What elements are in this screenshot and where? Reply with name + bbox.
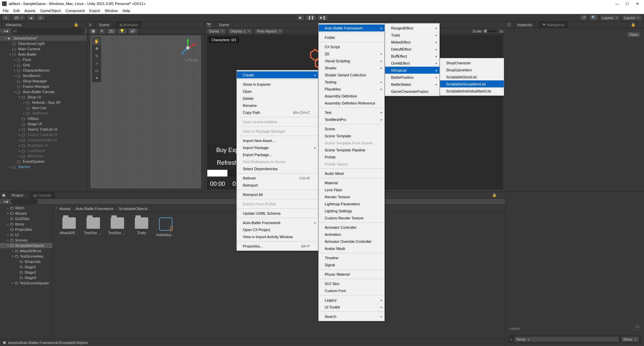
asset-item[interactable]: TestScene... bbox=[84, 217, 103, 237]
labels-icon[interactable]: 🏷 bbox=[635, 325, 641, 331]
menu-item[interactable]: Update UXML Schema bbox=[237, 210, 318, 217]
panel-lock-icon[interactable]: 🔒 bbox=[74, 22, 78, 27]
inspector-tab[interactable]: Inspector bbox=[514, 22, 536, 27]
menu-file[interactable]: File bbox=[3, 9, 9, 13]
menu-item[interactable]: Open bbox=[237, 88, 318, 95]
animator-tab[interactable]: ⊞ Animator bbox=[116, 22, 142, 28]
game-tab[interactable]: Game bbox=[215, 22, 233, 27]
hierarchy-item[interactable]: ▢Item List bbox=[0, 105, 87, 111]
menu-item[interactable]: Export Package... bbox=[237, 151, 318, 158]
menu-item[interactable]: Avatar Mask bbox=[319, 245, 384, 252]
scene-menu-icon[interactable]: ⋮ bbox=[199, 22, 202, 27]
menu-item[interactable]: GUI Skin bbox=[319, 280, 384, 287]
menu-item[interactable]: Import New Asset... bbox=[237, 137, 318, 144]
scene-canvas[interactable]: ✋ ✥ ↻ ⤢ ▭ ✦ ◂ Persp bbox=[90, 35, 202, 189]
transform-tool[interactable]: ✦ bbox=[93, 74, 101, 82]
scene-audio-icon[interactable]: 🔊 bbox=[128, 28, 138, 34]
hierarchy-item[interactable]: ▸▢Warrior bbox=[0, 164, 87, 169]
menu-item[interactable]: Physic Material bbox=[319, 271, 384, 278]
scene-2d-toggle[interactable]: 2D bbox=[107, 28, 116, 34]
project-tree-item[interactable]: 🗀Stage3 bbox=[0, 275, 53, 280]
menu-item[interactable]: Traits bbox=[385, 31, 439, 39]
game-menu-icon[interactable]: ⋮ bbox=[499, 22, 503, 27]
menu-item[interactable]: Reimport bbox=[237, 182, 318, 189]
hierarchy-item[interactable]: ▢UIBars bbox=[0, 116, 87, 121]
menu-item[interactable]: Delete bbox=[237, 95, 318, 102]
menu-item[interactable]: Scene Template Pipeline bbox=[319, 146, 384, 153]
project-tree-item[interactable]: ▸🗀Items bbox=[0, 221, 53, 227]
pause-button[interactable]: ❚❚ bbox=[306, 15, 316, 21]
asset-item[interactable]: AttackEffe... bbox=[60, 217, 78, 237]
aspect-dropdown[interactable]: Free Aspect bbox=[255, 28, 284, 34]
breadcrumb-seg[interactable]: Assets bbox=[59, 207, 70, 211]
menu-item[interactable]: ShopCharacter bbox=[440, 59, 504, 66]
project-tree-item[interactable]: ▸🗀AttackEffects bbox=[0, 248, 53, 254]
menu-item[interactable]: Open C# Project bbox=[237, 226, 318, 233]
open-button[interactable]: Open bbox=[627, 31, 641, 38]
hierarchy-item[interactable]: ▸▢SellPanel bbox=[0, 111, 87, 116]
menu-item[interactable]: Auto-Battle Framework bbox=[237, 219, 318, 226]
hierarchy-item[interactable]: ▢Main Camera bbox=[0, 46, 87, 52]
menu-item[interactable]: ScriptableDeckList bbox=[440, 73, 504, 80]
hierarchy-item[interactable]: ▼▢Auto-Battle Canvas bbox=[0, 89, 87, 94]
menu-item[interactable]: BuffEffect bbox=[385, 53, 439, 60]
project-tab[interactable]: Project bbox=[8, 192, 27, 198]
hierarchy-item[interactable]: ▸▢ItemStats UI bbox=[0, 143, 87, 148]
menu-assets[interactable]: Assets bbox=[24, 9, 36, 13]
project-lock-icon[interactable]: 🔒 bbox=[492, 193, 497, 197]
project-tree-item[interactable]: ▸🗀TestSceneSquare bbox=[0, 280, 53, 286]
scene-tab[interactable]: Scene bbox=[95, 22, 113, 27]
hierarchy-item[interactable]: ▸▢WinPanel bbox=[0, 153, 87, 159]
menu-item[interactable]: Show in Explorer bbox=[237, 81, 318, 88]
breadcrumb-seg[interactable]: Auto-Battle Framework bbox=[76, 207, 113, 211]
menu-edit[interactable]: Edit bbox=[13, 9, 20, 13]
menu-component[interactable]: Component bbox=[65, 9, 85, 13]
menu-item[interactable]: Scene Template bbox=[319, 132, 384, 139]
layout-dropdown[interactable]: Layout bbox=[622, 15, 642, 21]
game-mode-dropdown[interactable]: Game bbox=[207, 28, 226, 34]
menu-item[interactable]: DebuffEffect bbox=[385, 46, 439, 53]
maximize-button[interactable]: ☐ bbox=[625, 2, 629, 6]
hierarchy-item[interactable]: ▸▢Floor bbox=[0, 57, 87, 62]
menu-item[interactable]: Legacy bbox=[319, 296, 384, 303]
move-tool[interactable]: ✥ bbox=[93, 45, 101, 52]
hierarchy-tab[interactable]: Hierarchy bbox=[2, 22, 25, 27]
project-tree-item[interactable]: ▸🗀Scenes bbox=[0, 237, 53, 243]
menu-help[interactable]: Help bbox=[122, 9, 130, 13]
menu-item[interactable]: Animator Controller bbox=[319, 224, 384, 231]
menu-item[interactable]: Lens Flare bbox=[319, 186, 384, 193]
menu-item[interactable]: Assembly Definition bbox=[319, 92, 384, 99]
project-menu-icon[interactable]: ⋮ bbox=[499, 193, 503, 197]
project-search-input[interactable] bbox=[11, 199, 38, 204]
menu-item[interactable]: Create bbox=[237, 71, 318, 78]
assetbundle-dropdown[interactable]: None bbox=[514, 336, 619, 342]
menu-item[interactable]: Auto-Battle Framework bbox=[319, 24, 384, 31]
project-tree-item[interactable]: 🗀Projectiles bbox=[0, 227, 53, 232]
menu-item[interactable]: Animation bbox=[319, 231, 384, 238]
project-tree-item[interactable]: 🗀GridTiles bbox=[0, 216, 53, 221]
hierarchy-add-button[interactable]: +▾ bbox=[2, 28, 10, 34]
close-button[interactable]: ✕ bbox=[635, 2, 639, 6]
inspector-lock-icon[interactable]: 🔒 bbox=[631, 22, 636, 27]
scene-gizmo[interactable] bbox=[178, 38, 198, 58]
menu-item[interactable]: Lighting Settings bbox=[319, 207, 384, 214]
settings-icon[interactable]: ⛭ bbox=[37, 15, 45, 21]
menu-item[interactable]: IShopList bbox=[385, 67, 439, 74]
panel-menu-icon[interactable]: ⋮ bbox=[81, 22, 85, 27]
hierarchy-item[interactable]: ▸▢Team1 TraitList UI bbox=[0, 127, 87, 132]
menu-item[interactable]: TextMeshPro bbox=[319, 116, 384, 123]
rotate-tool[interactable]: ↻ bbox=[93, 52, 101, 60]
menu-item[interactable]: Select Dependencies bbox=[237, 165, 318, 172]
project-tree-item[interactable]: 🗀Stage1 bbox=[0, 264, 53, 270]
menu-item[interactable]: Prefab bbox=[319, 153, 384, 160]
menu-item[interactable]: ShopGameItem bbox=[440, 66, 504, 73]
menu-item[interactable]: Shader Variant Collection bbox=[319, 71, 384, 78]
menu-item[interactable]: OnHitEffect bbox=[385, 60, 439, 67]
step-button[interactable]: ▶❚ bbox=[318, 15, 328, 21]
menu-item[interactable]: Folder bbox=[319, 34, 384, 41]
hierarchy-item[interactable]: ▸▢CharacterBench bbox=[0, 68, 87, 73]
project-tree-item[interactable]: ▸🗀UI bbox=[0, 232, 53, 237]
layers-dropdown[interactable]: Layers bbox=[600, 15, 620, 21]
menu-window[interactable]: Window bbox=[105, 9, 118, 13]
menu-item[interactable]: Timeline bbox=[319, 254, 384, 261]
